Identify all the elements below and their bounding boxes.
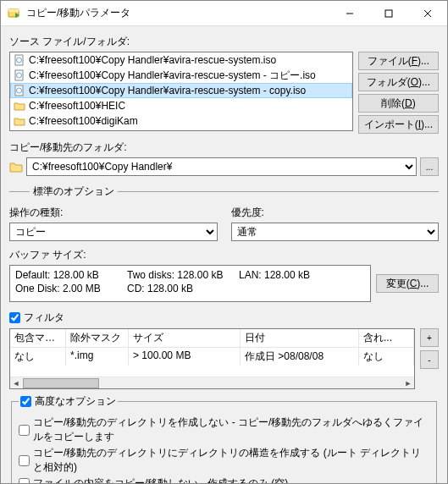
list-item[interactable]: C:¥freesoft100¥Copy Handler¥avira-rescue… — [10, 52, 352, 68]
adv-opt2-label: コピー/移動先のディレクトリにディレクトリの構造を作成する (ルート ディレクト… — [33, 446, 429, 475]
source-label: ソース ファイル/フォルダ: — [9, 35, 439, 49]
adv-opt2-checkbox[interactable] — [19, 455, 30, 466]
minimize-button[interactable] — [330, 1, 369, 26]
add-folder-button[interactable]: フォルダ(O)... — [358, 73, 439, 91]
filter-check-label: フィルタ — [24, 311, 64, 325]
filter-scrollbar[interactable]: ◄ ► — [10, 377, 414, 388]
operation-label: 操作の種類: — [9, 206, 218, 220]
close-button[interactable] — [408, 1, 447, 26]
buffer-one: One Disk: 2.00 MB — [15, 282, 127, 295]
svg-rect-1 — [8, 9, 19, 12]
adv-opt1-checkbox[interactable] — [19, 425, 30, 436]
buffer-two: Two disks: 128.00 kB — [127, 268, 239, 282]
folder-icon — [9, 160, 23, 173]
list-item[interactable]: C:¥freesoft100¥HEIC — [10, 98, 352, 113]
add-file-button[interactable]: ファイル(F)... — [358, 52, 439, 70]
list-item[interactable]: C:¥freesoft100¥Copy Handler¥avira-rescue… — [10, 83, 352, 98]
std-options-label: 標準のオプション — [33, 184, 114, 199]
title-bar: コピー/移動パラメータ — [1, 1, 447, 26]
window-title: コピー/移動パラメータ — [26, 6, 330, 20]
priority-label: 優先度: — [231, 206, 440, 220]
browse-button[interactable]: ... — [420, 157, 439, 176]
buffer-label: バッファ サイズ: — [9, 248, 439, 262]
operation-select[interactable]: コピー — [9, 223, 218, 241]
filter-add-button[interactable]: + — [420, 328, 439, 347]
dest-combo[interactable]: C:¥freesoft100¥Copy Handler¥ — [26, 157, 417, 176]
buffer-lan: LAN: 128.00 kB — [239, 268, 351, 282]
buffer-cd: CD: 128.00 kB — [127, 282, 239, 295]
filter-grid[interactable]: 包含マスク 除外マスク サイズ 日付 含れ... なし *.img > 100.… — [9, 328, 415, 389]
advanced-fieldset: 高度なオプション コピー/移動先のディレクトリを作成しない - コピー/移動先の… — [11, 394, 437, 484]
adv-opt1-label: コピー/移動先のディレクトリを作成しない - コピー/移動先のフォルダへゆるくフ… — [33, 415, 429, 444]
adv-opt3-label: ファイルの内容をコピー/移動しない - 作成するのみ (空) — [33, 476, 288, 484]
dest-label: コピー/移動先のフォルダ: — [9, 140, 439, 155]
change-buffer-button[interactable]: 変更(C)... — [376, 274, 439, 293]
std-options-group: 標準のオプション — [9, 184, 439, 199]
buffer-box: Default: 128.00 kB Two disks: 128.00 kB … — [9, 265, 371, 302]
filter-checkbox[interactable] — [9, 312, 20, 323]
list-item[interactable]: C:¥freesoft100¥digiKam — [10, 113, 352, 129]
filter-header: 包含マスク 除外マスク サイズ 日付 含れ... — [10, 329, 414, 348]
app-icon — [8, 7, 21, 20]
buffer-default: Default: 128.00 kB — [15, 268, 127, 282]
filter-remove-button[interactable]: - — [420, 350, 439, 369]
source-listbox[interactable]: C:¥freesoft100¥Copy Handler¥avira-rescue… — [9, 52, 353, 131]
advanced-checkbox[interactable] — [20, 396, 31, 407]
import-button[interactable]: インポート(I)... — [358, 115, 439, 134]
adv-opt3-checkbox[interactable] — [19, 478, 30, 484]
delete-button[interactable]: 削除(D) — [358, 94, 439, 113]
priority-select[interactable]: 通常 — [231, 223, 440, 241]
list-item[interactable]: C:¥freesoft100¥Copy Handler¥avira-rescue… — [10, 68, 352, 83]
advanced-legend: 高度なオプション — [35, 394, 116, 409]
filter-row[interactable]: なし *.img > 100.00 MB 作成日 >08/08/08 なし — [10, 348, 414, 366]
maximize-button[interactable] — [369, 1, 408, 26]
svg-rect-3 — [385, 10, 392, 17]
